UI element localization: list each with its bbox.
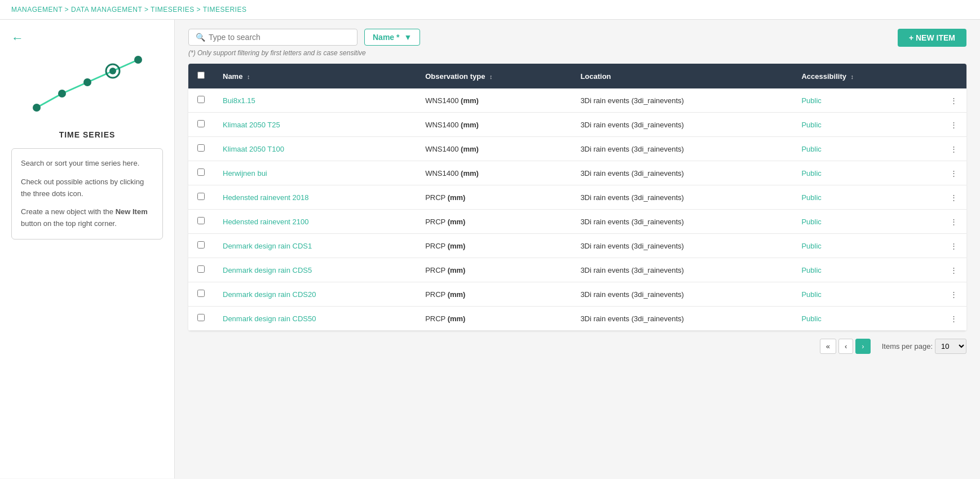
- back-button[interactable]: ←: [11, 31, 24, 46]
- table-row: Hedensted rainevent 2100 PRCP (mm) 3Di r…: [188, 210, 966, 234]
- cell-location: 3Di rain events (3di_rainevents): [571, 258, 792, 282]
- row-checkbox[interactable]: [197, 168, 205, 176]
- header-accessibility[interactable]: Accessibility ↕: [792, 64, 920, 88]
- table-row: Klimaat 2050 T100 WNS1400 (mm) 3Di rain …: [188, 137, 966, 161]
- cell-name: Hedensted rainevent 2100: [214, 210, 416, 234]
- cell-location: 3Di rain events (3di_rainevents): [571, 88, 792, 113]
- cell-obs-type: PRCP (mm): [416, 210, 571, 234]
- items-per-page-label: Items per page:: [882, 342, 933, 351]
- name-link[interactable]: Bui8x1.15: [223, 96, 255, 105]
- data-table: Name ↕ Observation type ↕ Location Acces…: [188, 64, 966, 331]
- name-link[interactable]: Klimaat 2050 T100: [223, 145, 284, 153]
- table-row: Denmark design rain CDS50 PRCP (mm) 3Di …: [188, 307, 966, 331]
- name-link[interactable]: Denmark design rain CDS20: [223, 290, 316, 299]
- chevron-down-icon: ▼: [404, 33, 412, 42]
- cell-name: Klimaat 2050 T100: [214, 137, 416, 161]
- svg-point-1: [58, 90, 66, 97]
- filter-dropdown[interactable]: Name * ▼: [364, 29, 420, 46]
- sort-arrow-obs: ↕: [489, 73, 493, 80]
- row-checkbox[interactable]: [197, 96, 205, 103]
- row-menu-button[interactable]: ⋮: [920, 307, 966, 331]
- name-link[interactable]: Denmark design rain CDS50: [223, 314, 316, 323]
- sidebar-description: Search or sort your time series here. Ch…: [11, 148, 163, 239]
- cell-location: 3Di rain events (3di_rainevents): [571, 161, 792, 185]
- search-input[interactable]: [209, 33, 350, 42]
- row-checkbox-cell: [188, 210, 214, 234]
- table-row: Herwijnen bui WNS1400 (mm) 3Di rain even…: [188, 161, 966, 185]
- cell-obs-type: PRCP (mm): [416, 282, 571, 307]
- row-menu-button[interactable]: ⋮: [920, 185, 966, 210]
- cell-obs-type: PRCP (mm): [416, 258, 571, 282]
- row-menu-button[interactable]: ⋮: [920, 161, 966, 185]
- page-first-button[interactable]: «: [820, 339, 836, 354]
- row-menu-button[interactable]: ⋮: [920, 258, 966, 282]
- cell-obs-type: WNS1400 (mm): [416, 137, 571, 161]
- header-name[interactable]: Name ↕: [214, 64, 416, 88]
- cell-accessibility: Public: [792, 88, 920, 113]
- row-menu-button[interactable]: ⋮: [920, 113, 966, 137]
- row-checkbox[interactable]: [197, 265, 205, 273]
- cell-obs-type: WNS1400 (mm): [416, 88, 571, 113]
- name-link[interactable]: Herwijnen bui: [223, 169, 267, 178]
- row-menu-button[interactable]: ⋮: [920, 88, 966, 113]
- cell-location: 3Di rain events (3di_rainevents): [571, 185, 792, 210]
- table-row: Denmark design rain CDS5 PRCP (mm) 3Di r…: [188, 258, 966, 282]
- cell-accessibility: Public: [792, 307, 920, 331]
- row-checkbox-cell: [188, 137, 214, 161]
- row-menu-button[interactable]: ⋮: [920, 234, 966, 258]
- table-row: Denmark design rain CDS1 PRCP (mm) 3Di r…: [188, 234, 966, 258]
- svg-point-0: [33, 104, 41, 112]
- row-checkbox[interactable]: [197, 120, 205, 127]
- row-checkbox[interactable]: [197, 144, 205, 152]
- row-checkbox[interactable]: [197, 314, 205, 321]
- cell-location: 3Di rain events (3di_rainevents): [571, 234, 792, 258]
- svg-point-5: [134, 56, 142, 64]
- row-checkbox[interactable]: [197, 193, 205, 200]
- pagination: « ‹ › Items per page: 102550100: [188, 339, 966, 354]
- svg-point-4: [109, 68, 116, 74]
- select-all-checkbox[interactable]: [197, 72, 205, 79]
- name-link[interactable]: Hedensted rainevent 2100: [223, 218, 309, 226]
- sort-arrow-name: ↕: [247, 73, 250, 80]
- header-obs-type[interactable]: Observation type ↕: [416, 64, 571, 88]
- header-location: Location: [571, 64, 792, 88]
- items-per-page-select[interactable]: 102550100: [935, 339, 966, 354]
- row-menu-button[interactable]: ⋮: [920, 137, 966, 161]
- new-item-button[interactable]: + NEW ITEM: [898, 29, 966, 47]
- page-next-button[interactable]: ›: [855, 339, 870, 354]
- row-checkbox-cell: [188, 88, 214, 113]
- row-checkbox[interactable]: [197, 241, 205, 249]
- sidebar-desc-line3: Create a new object with the New Item bu…: [21, 206, 153, 230]
- name-link[interactable]: Denmark design rain CDS1: [223, 242, 312, 250]
- content-area: 🔍 Name * ▼ + NEW ITEM (*) Only support f…: [175, 20, 980, 478]
- cell-name: Klimaat 2050 T25: [214, 113, 416, 137]
- cell-name: Herwijnen bui: [214, 161, 416, 185]
- row-menu-button[interactable]: ⋮: [920, 210, 966, 234]
- table-row: Denmark design rain CDS20 PRCP (mm) 3Di …: [188, 282, 966, 307]
- select-all-header: [188, 64, 214, 88]
- row-menu-button[interactable]: ⋮: [920, 282, 966, 307]
- cell-accessibility: Public: [792, 258, 920, 282]
- row-checkbox-cell: [188, 258, 214, 282]
- cell-accessibility: Public: [792, 282, 920, 307]
- name-link[interactable]: Denmark design rain CDS5: [223, 266, 312, 274]
- cell-name: Bui8x1.15: [214, 88, 416, 113]
- search-icon: 🔍: [196, 33, 205, 42]
- row-checkbox-cell: [188, 282, 214, 307]
- table-row: Klimaat 2050 T25 WNS1400 (mm) 3Di rain e…: [188, 113, 966, 137]
- cell-location: 3Di rain events (3di_rainevents): [571, 210, 792, 234]
- cell-name: Denmark design rain CDS20: [214, 282, 416, 307]
- sidebar: ← TIME SERIES Search or sort your time s…: [0, 20, 175, 478]
- page-prev-button[interactable]: ‹: [838, 339, 853, 354]
- name-link[interactable]: Klimaat 2050 T25: [223, 121, 280, 129]
- row-checkbox[interactable]: [197, 217, 205, 224]
- svg-point-2: [83, 78, 91, 86]
- sort-arrow-access: ↕: [851, 73, 854, 80]
- row-checkbox-cell: [188, 113, 214, 137]
- name-link[interactable]: Hedensted rainevent 2018: [223, 193, 309, 202]
- cell-obs-type: WNS1400 (mm): [416, 113, 571, 137]
- cell-accessibility: Public: [792, 210, 920, 234]
- cell-location: 3Di rain events (3di_rainevents): [571, 137, 792, 161]
- table-row: Bui8x1.15 WNS1400 (mm) 3Di rain events (…: [188, 88, 966, 113]
- row-checkbox[interactable]: [197, 290, 205, 297]
